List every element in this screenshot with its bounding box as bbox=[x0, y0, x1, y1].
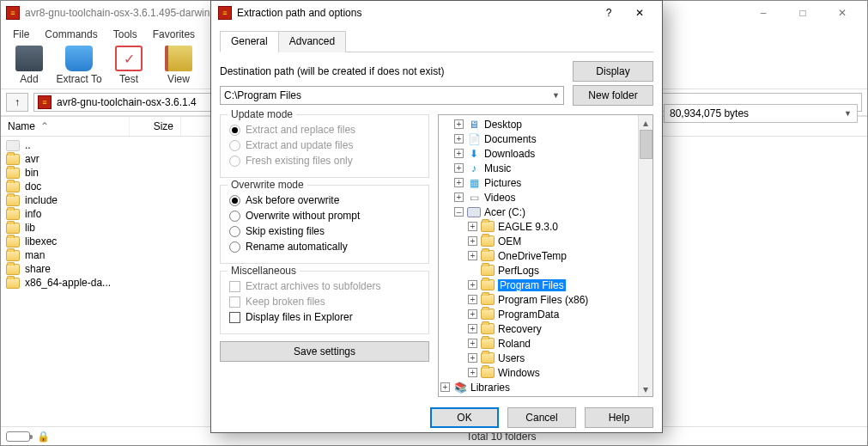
col-size[interactable]: Size bbox=[130, 117, 181, 136]
save-settings-button[interactable]: Save settings bbox=[220, 341, 429, 362]
toolbar-test-button[interactable]: Test bbox=[106, 46, 152, 85]
list-item-label: share bbox=[25, 263, 51, 275]
archive-size-combo[interactable]: 80,934,075 bytes ▼ bbox=[664, 104, 858, 123]
destination-label: Destination path (will be created if doe… bbox=[220, 65, 564, 77]
folder-icon bbox=[6, 236, 20, 247]
test-icon bbox=[115, 46, 143, 71]
tree-item-label: PerfLogs bbox=[498, 265, 539, 277]
scroll-down-arrow[interactable]: ▾ bbox=[639, 382, 653, 396]
tree-scrollbar[interactable]: ▴ ▾ bbox=[638, 115, 653, 396]
tree-item-label: Libraries bbox=[470, 382, 510, 394]
folder-tree[interactable]: +🖥Desktop+📄Documents+⬇Downloads+♪Music+▦… bbox=[439, 115, 638, 396]
tree-program-files-x86-[interactable]: +Program Files (x86) bbox=[440, 292, 636, 307]
dialog-close-button[interactable]: ✕ bbox=[624, 1, 655, 25]
tree-pictures[interactable]: +▦Pictures bbox=[440, 175, 636, 190]
expander-icon[interactable]: + bbox=[468, 368, 477, 377]
folder-icon bbox=[6, 195, 20, 206]
ok-button[interactable]: OK bbox=[430, 407, 499, 428]
miscellaneous-group: Miscellaneous Extract archives to subfol… bbox=[220, 271, 429, 334]
tree-desktop[interactable]: +🖥Desktop bbox=[440, 117, 636, 131]
expander-icon[interactable]: + bbox=[454, 134, 464, 144]
expander-icon[interactable]: + bbox=[454, 119, 464, 129]
menu-tools[interactable]: Tools bbox=[106, 27, 144, 42]
help-button[interactable]: Help bbox=[585, 407, 653, 428]
tree-roland[interactable]: +Roland bbox=[440, 336, 636, 351]
tree-oem[interactable]: +OEM bbox=[440, 234, 636, 248]
tree-music[interactable]: +♪Music bbox=[440, 161, 636, 175]
tree-recovery[interactable]: +Recovery bbox=[440, 321, 636, 336]
expander-icon[interactable]: + bbox=[454, 192, 464, 202]
tree-program-files[interactable]: +Program Files bbox=[440, 278, 636, 292]
tree-downloads[interactable]: +⬇Downloads bbox=[440, 146, 636, 161]
expander-icon[interactable]: + bbox=[468, 222, 477, 231]
folder-icon bbox=[6, 209, 20, 220]
expander-icon[interactable]: + bbox=[468, 309, 477, 319]
menu-favorites[interactable]: Favorites bbox=[146, 27, 202, 42]
list-item-label: lib bbox=[25, 222, 35, 234]
overwrite-without-prompt[interactable]: Overwrite without prompt bbox=[229, 208, 420, 223]
main-maximize-button[interactable]: □ bbox=[783, 1, 822, 25]
tree-item-label: Pictures bbox=[484, 177, 521, 189]
toolbar-view-button[interactable]: View bbox=[155, 46, 202, 85]
tree-onedrivetemp[interactable]: +OneDriveTemp bbox=[440, 248, 636, 263]
main-close-button[interactable]: ✕ bbox=[822, 1, 862, 25]
tree-perflogs[interactable]: PerfLogs bbox=[440, 263, 636, 278]
expander-icon[interactable]: – bbox=[454, 207, 464, 217]
expander-icon[interactable]: + bbox=[468, 339, 477, 348]
folder-icon bbox=[481, 294, 495, 305]
overwrite-rename[interactable]: Rename automatically bbox=[229, 239, 420, 254]
extract-dialog: ≡ Extraction path and options ? ✕ Genera… bbox=[210, 0, 663, 433]
expander-icon[interactable]: + bbox=[454, 178, 464, 187]
go-up-button[interactable]: ↑ bbox=[6, 93, 28, 112]
list-item-label: avr bbox=[25, 153, 39, 165]
display-button[interactable]: Display bbox=[573, 61, 653, 82]
chevron-down-icon: ▼ bbox=[844, 109, 852, 118]
tree-documents[interactable]: +📄Documents bbox=[440, 131, 636, 146]
col-name[interactable]: Name⌃ bbox=[1, 117, 130, 136]
expander-icon[interactable]: + bbox=[454, 149, 464, 158]
list-item-label: .. bbox=[25, 139, 31, 151]
tree-drive-c[interactable]: –Acer (C:) bbox=[440, 205, 636, 219]
expander-icon[interactable]: + bbox=[454, 163, 464, 173]
tree-windows[interactable]: +Windows bbox=[440, 365, 636, 380]
extract-icon bbox=[65, 46, 93, 71]
folder-icon bbox=[481, 265, 495, 276]
drive-icon bbox=[467, 207, 481, 217]
dialog-help-button[interactable]: ? bbox=[593, 1, 624, 25]
tree-libraries[interactable]: +📚Libraries bbox=[440, 380, 636, 394]
list-item-label: info bbox=[25, 208, 41, 220]
tree-videos[interactable]: +▭Videos bbox=[440, 190, 636, 205]
tree-item-label: Desktop bbox=[484, 119, 522, 131]
cancel-button[interactable]: Cancel bbox=[507, 407, 576, 428]
archive-size-text: 80,934,075 bytes bbox=[670, 107, 749, 119]
expander-icon[interactable]: + bbox=[468, 295, 477, 304]
list-item-label: doc bbox=[25, 180, 41, 192]
list-item-label: bin bbox=[25, 167, 39, 179]
update-mode-group: Update mode Extract and replace files Ex… bbox=[220, 114, 429, 178]
menu-commands[interactable]: Commands bbox=[38, 27, 104, 42]
tree-programdata[interactable]: +ProgramData bbox=[440, 307, 636, 321]
folder-icon bbox=[481, 250, 495, 261]
misc-display-explorer[interactable]: Display files in Explorer bbox=[229, 309, 420, 325]
new-folder-button[interactable]: New folder bbox=[573, 85, 653, 106]
overwrite-ask[interactable]: Ask before overwrite bbox=[229, 192, 420, 208]
tab-advanced[interactable]: Advanced bbox=[278, 31, 346, 52]
expander-icon[interactable]: + bbox=[468, 236, 477, 246]
expander-icon[interactable]: + bbox=[468, 280, 477, 290]
menu-file[interactable]: File bbox=[6, 27, 36, 42]
destination-combo[interactable]: C:\Program Files ▼ bbox=[220, 86, 564, 105]
scroll-up-arrow[interactable]: ▴ bbox=[639, 115, 653, 130]
tab-general[interactable]: General bbox=[220, 31, 279, 52]
downloads-icon: ⬇ bbox=[467, 147, 481, 161]
expander-icon[interactable]: + bbox=[440, 382, 450, 392]
toolbar-add-button[interactable]: Add bbox=[6, 46, 52, 85]
expander-icon[interactable]: + bbox=[468, 324, 477, 333]
expander-icon[interactable]: + bbox=[468, 353, 477, 363]
tree-users[interactable]: +Users bbox=[440, 351, 636, 365]
overwrite-skip[interactable]: Skip existing files bbox=[229, 223, 420, 239]
toolbar-extract-button[interactable]: Extract To bbox=[56, 46, 102, 85]
main-minimize-button[interactable]: – bbox=[744, 1, 783, 25]
scroll-thumb[interactable] bbox=[640, 130, 653, 159]
tree-eagle-9-3-0[interactable]: +EAGLE 9.3.0 bbox=[440, 219, 636, 234]
expander-icon[interactable]: + bbox=[468, 251, 477, 260]
